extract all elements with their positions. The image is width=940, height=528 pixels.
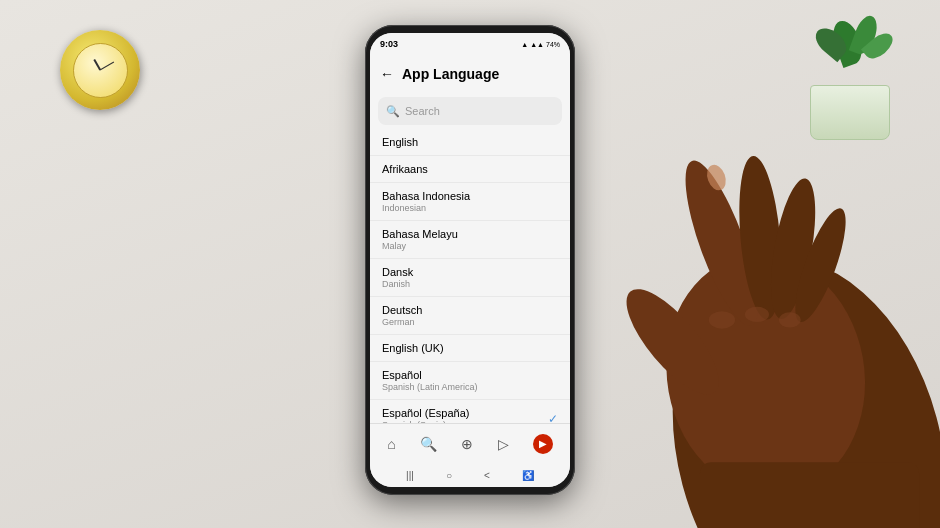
home-nav-icon[interactable]: ⌂ [387,436,395,452]
scene: 9:03 ▲ ▲▲ 74% ← App Language 🔍 Search [0,0,940,528]
language-item-english[interactable]: English [370,129,570,156]
status-time: 9:03 [380,39,398,49]
search-bar[interactable]: 🔍 Search [378,97,562,125]
language-item-english-uk[interactable]: English (UK) [370,335,570,362]
language-subtitle: Malay [382,241,558,251]
recent-apps-button[interactable]: ||| [406,470,414,481]
language-subtitle: Spanish (Spain) [382,420,558,423]
clock-face [73,43,128,98]
home-button[interactable]: ○ [446,470,452,481]
search-icon: 🔍 [386,105,400,118]
bottom-navigation: ⌂ 🔍 ⊕ ▷ ▶ [370,423,570,463]
language-name: English [382,136,558,148]
language-item-bahasa-indonesia[interactable]: Bahasa Indonesia Indonesian [370,183,570,221]
system-navigation: ||| ○ < ♿ [370,463,570,487]
search-placeholder: Search [405,105,440,117]
signal-icon: ▲▲ [530,41,544,48]
status-icons: ▲ ▲▲ 74% [521,41,560,48]
add-nav-icon[interactable]: ⊕ [461,436,473,452]
profile-nav-icon[interactable]: ▶ [533,434,553,454]
language-subtitle: Spanish (Latin America) [382,382,558,392]
phone-screen: 9:03 ▲ ▲▲ 74% ← App Language 🔍 Search [370,33,570,487]
phone-container: 9:03 ▲ ▲▲ 74% ← App Language 🔍 Search [365,25,575,495]
language-subtitle: German [382,317,558,327]
accessibility-button[interactable]: ♿ [522,470,534,481]
language-name: Deutsch [382,304,558,316]
language-name: Español [382,369,558,381]
language-item-espanol-latam[interactable]: Español Spanish (Latin America) [370,362,570,400]
selected-checkmark: ✓ [548,412,558,424]
language-name: English (UK) [382,342,558,354]
language-item-bahasa-melayu[interactable]: Bahasa Melayu Malay [370,221,570,259]
language-item-dansk[interactable]: Dansk Danish [370,259,570,297]
language-name: Bahasa Melayu [382,228,558,240]
clock-minute-hand [100,62,114,71]
language-list: English Afrikaans Bahasa Indonesia Indon… [370,129,570,423]
page-title: App Language [402,66,499,82]
plant-pot [810,85,890,140]
phone: 9:03 ▲ ▲▲ 74% ← App Language 🔍 Search [365,25,575,495]
language-item-afrikaans[interactable]: Afrikaans [370,156,570,183]
language-subtitle: Indonesian [382,203,558,213]
clock-object [60,30,140,110]
status-bar: 9:03 ▲ ▲▲ 74% [370,33,570,55]
language-name: Dansk [382,266,558,278]
back-system-button[interactable]: < [484,470,490,481]
language-item-espanol-espana[interactable]: Español (España) Spanish (Spain) ✓ [370,400,570,423]
language-name: Afrikaans [382,163,558,175]
wifi-icon: ▲ [521,41,528,48]
plant-object [790,10,910,140]
battery-icon: 74% [546,41,560,48]
language-name: Español (España) [382,407,558,419]
back-button[interactable]: ← [380,66,394,82]
search-nav-icon[interactable]: 🔍 [420,436,437,452]
app-header: ← App Language [370,55,570,93]
reels-nav-icon[interactable]: ▷ [498,436,509,452]
language-item-deutsch[interactable]: Deutsch German [370,297,570,335]
language-name: Bahasa Indonesia [382,190,558,202]
language-subtitle: Danish [382,279,558,289]
